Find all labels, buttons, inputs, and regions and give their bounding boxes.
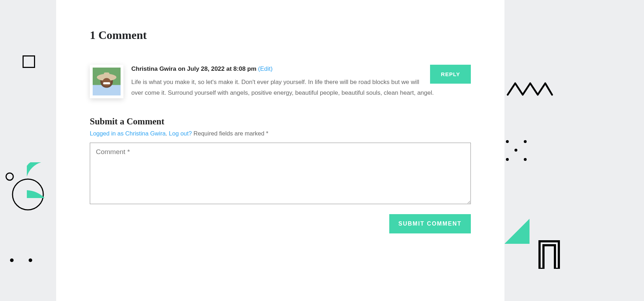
avatar-frame bbox=[90, 65, 123, 98]
svg-point-11 bbox=[506, 140, 509, 143]
svg-point-13 bbox=[514, 149, 517, 152]
content-card: 1 Comment REPLY Christina Gwira on July … bbox=[56, 0, 504, 301]
comment-edit-link[interactable]: (Edit) bbox=[258, 65, 273, 72]
svg-marker-16 bbox=[504, 219, 530, 244]
submit-comment-button[interactable]: SUBMIT COMMENT bbox=[389, 214, 471, 233]
submit-comment-title: Submit a Comment bbox=[90, 117, 471, 127]
deco-zigzag-icon bbox=[507, 80, 553, 98]
comment-item: REPLY Christina Gwira on July 28, 2022 a… bbox=[90, 65, 471, 99]
svg-point-12 bbox=[524, 140, 527, 143]
svg-rect-23 bbox=[104, 73, 109, 76]
comments-title: 1 Comment bbox=[90, 29, 471, 42]
comment-textarea[interactable] bbox=[90, 143, 471, 204]
svg-point-15 bbox=[524, 158, 527, 161]
svg-rect-25 bbox=[103, 82, 110, 84]
deco-dot-grid bbox=[505, 139, 532, 167]
avatar-icon bbox=[93, 68, 121, 95]
logged-in-line: Logged in as Christina Gwira. Log out? R… bbox=[90, 130, 471, 137]
required-note: Required fields are marked * bbox=[192, 130, 268, 137]
comment-text: Life is what you make it, so let's make … bbox=[131, 77, 471, 99]
svg-point-18 bbox=[29, 258, 32, 262]
reply-button[interactable]: REPLY bbox=[430, 65, 471, 84]
deco-bracket bbox=[538, 240, 560, 269]
deco-triangle bbox=[504, 219, 530, 244]
comment-meta: Christina Gwira on July 28, 2022 at 8:08… bbox=[131, 65, 471, 73]
logout-link[interactable]: Log out? bbox=[169, 130, 192, 137]
svg-rect-0 bbox=[23, 56, 35, 68]
comment-author: Christina Gwira bbox=[131, 65, 176, 72]
svg-point-14 bbox=[506, 158, 509, 161]
deco-quarter-arc bbox=[27, 162, 49, 198]
logged-in-as-link[interactable]: Logged in as Christina Gwira bbox=[90, 130, 166, 137]
comment-body: REPLY Christina Gwira on July 28, 2022 a… bbox=[131, 65, 471, 99]
comment-date: on July 28, 2022 at 8:08 pm bbox=[178, 65, 256, 72]
svg-point-17 bbox=[10, 258, 14, 262]
period-sep: . bbox=[166, 130, 169, 137]
submit-wrap: SUBMIT COMMENT bbox=[90, 214, 471, 233]
svg-point-24 bbox=[102, 78, 111, 86]
deco-square-small bbox=[23, 55, 35, 68]
deco-dots-bottom bbox=[10, 258, 38, 262]
